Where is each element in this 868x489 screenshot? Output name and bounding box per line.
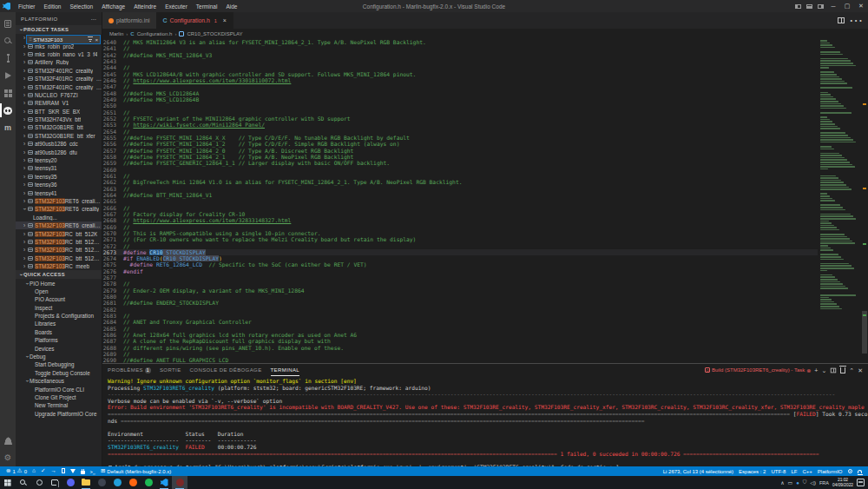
- code-line[interactable]: 2665: [102, 198, 818, 204]
- sidebar-item[interactable]: ›STM32F401RC_creality: [16, 67, 102, 75]
- menu-item-terminal[interactable]: Terminal: [192, 3, 222, 10]
- code-line[interactable]: 2655//#define FYSETC_MINI_12864_X_X // T…: [102, 135, 818, 141]
- shield-icon[interactable]: ⛉: [803, 479, 807, 486]
- pio-terminal-button[interactable]: >_: [88, 469, 98, 474]
- taskbar-app-steam[interactable]: [94, 476, 109, 489]
- menu-item-edition[interactable]: Edition: [40, 3, 66, 10]
- code-line[interactable]: 2672//: [102, 243, 818, 249]
- activity-marlin-icon[interactable]: m: [0, 119, 16, 136]
- sidebar-item[interactable]: ›at90usb1286_cdc: [16, 140, 102, 148]
- taskbar-app-telegram[interactable]: [109, 476, 125, 489]
- code-line[interactable]: 2649//#define MKS_LCD12864B: [102, 96, 818, 102]
- code-line[interactable]: 2668// https://www.aliexpress.com/item/3…: [102, 217, 818, 223]
- code-line[interactable]: 2643: [102, 58, 818, 64]
- quick-access-item[interactable]: PlatformIO Core CLI: [16, 385, 102, 393]
- new-terminal-icon[interactable]: +: [814, 367, 818, 373]
- notification-center-icon[interactable]: [857, 479, 865, 486]
- code-line[interactable]: 2658//#define FYSETC_MINI_12864_2_1 // T…: [102, 154, 818, 160]
- code-line[interactable]: 2640// MKS MINI12864 V3 is an alias for …: [102, 39, 818, 45]
- activity-extensions-icon[interactable]: [0, 84, 16, 102]
- task-view-button[interactable]: [47, 476, 62, 489]
- code-line[interactable]: 2669//: [102, 224, 818, 230]
- quick-access-item[interactable]: ›Debug: [16, 353, 102, 360]
- code-line[interactable]: 2647//: [102, 83, 818, 89]
- tray-expand-icon[interactable]: ∧: [780, 479, 784, 486]
- pio-serial-monitor-button[interactable]: [78, 469, 88, 474]
- activity-account-icon[interactable]: [0, 432, 16, 449]
- activity-search-icon[interactable]: [0, 32, 16, 50]
- sidebar-item[interactable]: ›STM32H743Vx_btt: [16, 116, 102, 123]
- code-line[interactable]: 2677: [102, 274, 818, 281]
- breadcrumb[interactable]: Marlin›CConfiguration.h›CR10_STOCKDISPLA…: [102, 29, 868, 38]
- code-line[interactable]: 2690//#define ANET_FULL_GRAPHICS_LCD: [102, 357, 818, 363]
- scrollbar[interactable]: [861, 38, 868, 363]
- menu-item-affichage[interactable]: Affichage: [97, 3, 129, 10]
- problems-status[interactable]: ⊗1 ⚠0: [3, 468, 30, 474]
- quick-access-item[interactable]: Toggle Debug Console: [16, 369, 102, 377]
- sidebar-item[interactable]: ›STM32G0B1RE_btt_xfer: [16, 132, 102, 140]
- filter-icon[interactable]: [88, 36, 93, 42]
- sidebar-item[interactable]: ›STM32F103RET6_creality_xfer: [16, 221, 102, 229]
- sidebar-more-actions-icon[interactable]: ⋯: [91, 16, 96, 22]
- code-line[interactable]: 2673#define CR10_STOCKDISPLAY: [102, 249, 818, 255]
- maximize-panel-icon[interactable]: ⌃: [849, 367, 854, 373]
- sidebar-item[interactable]: ›teensy20: [16, 156, 102, 164]
- menu-item-exécuter[interactable]: Exécuter: [161, 3, 192, 10]
- status-item-li[interactable]: Li 2673, Col 13 (4 sélectionné): [661, 469, 736, 474]
- code-line[interactable]: 2678//: [102, 281, 818, 287]
- pio-build-button[interactable]: ✓: [38, 468, 48, 474]
- pio-upload-button[interactable]: →: [48, 468, 59, 474]
- sidebar-item[interactable]: ›STM32F103RC_btt_512K_maple: [16, 246, 102, 254]
- notifications-bell-icon[interactable]: [855, 469, 865, 473]
- code-line[interactable]: 2680//: [102, 294, 818, 300]
- sidebar-item[interactable]: ›STM32G0B1RE_btt: [16, 123, 102, 131]
- feedback-smiley-icon[interactable]: [845, 469, 856, 474]
- menu-item-fichier[interactable]: Fichier: [14, 3, 40, 10]
- sidebar-item[interactable]: ›mks_robin_nano_v1_3_f4: [16, 50, 102, 58]
- code-line[interactable]: 2676#endif: [102, 268, 818, 274]
- sidebar-item[interactable]: ›STM32F103RC_btt_512K: [16, 229, 102, 237]
- toggle-panel-icon[interactable]: [806, 4, 812, 9]
- taskbar-app-recorder[interactable]: [172, 476, 187, 489]
- quick-access-item[interactable]: Clone Git Project: [16, 393, 102, 401]
- taskbar-app-spotify[interactable]: [141, 476, 156, 489]
- code-line[interactable]: 2657//#define FYSETC_MINI_12864_2_0 // T…: [102, 148, 818, 154]
- kill-terminal-icon[interactable]: [840, 367, 845, 373]
- terminal-task-label[interactable]: ⛭ Build (STM32F103RET6_creality) - Task …: [705, 367, 811, 373]
- tab-platformio-ini[interactable]: platformio.ini: [102, 12, 157, 29]
- activity-files-icon[interactable]: [0, 15, 16, 32]
- code-line[interactable]: 2671// (For CR-10 owners who want to rep…: [102, 236, 818, 242]
- quick-access-item[interactable]: New Terminal: [16, 401, 102, 409]
- code-line[interactable]: 2670// This is RAMPS-compatible using a …: [102, 230, 818, 236]
- code-line[interactable]: 2654//: [102, 129, 818, 135]
- toggle-sidebar-icon[interactable]: [795, 4, 801, 9]
- code-line[interactable]: 2648//#define MKS_LCD12864A: [102, 90, 818, 96]
- quick-access-item[interactable]: Boards: [16, 328, 102, 336]
- breadcrumb-item[interactable]: CR10_STOCKDISPLAY: [187, 31, 242, 36]
- editor-more-actions-icon[interactable]: ⋯: [849, 12, 863, 29]
- maximize-button[interactable]: ▢: [840, 0, 854, 12]
- quick-access-item[interactable]: Start Debugging: [16, 360, 102, 368]
- menu-item-aide[interactable]: Aide: [221, 3, 241, 10]
- activity-run-debug-icon[interactable]: [0, 67, 16, 84]
- quick-access-header[interactable]: › QUICK ACCESS: [16, 270, 102, 279]
- onedrive-icon[interactable]: ●: [796, 480, 799, 486]
- code-line[interactable]: 2661//: [102, 173, 818, 179]
- sidebar-item[interactable]: ›teensy31: [16, 164, 102, 172]
- code-line[interactable]: 2681//#define ENDER2_STOCKDISPLAY: [102, 300, 818, 306]
- sidebar-item[interactable]: ›STM32F103RC_btt_512K_USB: [16, 238, 102, 246]
- status-item-platformio[interactable]: PlatformIO: [815, 469, 845, 474]
- quick-access-item[interactable]: Projects & Configuration: [16, 312, 102, 320]
- code-line[interactable]: 2684// ANET and Tronxy Graphical Control…: [102, 319, 818, 325]
- code-line[interactable]: 2667// Factory display for Creality CR-1…: [102, 211, 818, 217]
- quick-access-item[interactable]: ›PIO Home: [16, 279, 102, 287]
- sidebar-item[interactable]: ›STM32F401RC_creality_jlink: [16, 75, 102, 83]
- sidebar-item[interactable]: ›teensy36: [16, 181, 102, 188]
- status-item-utf8[interactable]: UTF-8: [768, 469, 788, 474]
- pio-home-button[interactable]: ⌂: [30, 468, 38, 474]
- quick-access-item[interactable]: Libraries: [16, 320, 102, 327]
- panel-tab-sortie[interactable]: SORTIE: [160, 364, 181, 376]
- quick-access-item[interactable]: Platforms: [16, 336, 102, 344]
- tree-filter-input[interactable]: ⠿ STM32F103 ×: [26, 35, 101, 44]
- taskbar-app-explorer[interactable]: [78, 476, 94, 489]
